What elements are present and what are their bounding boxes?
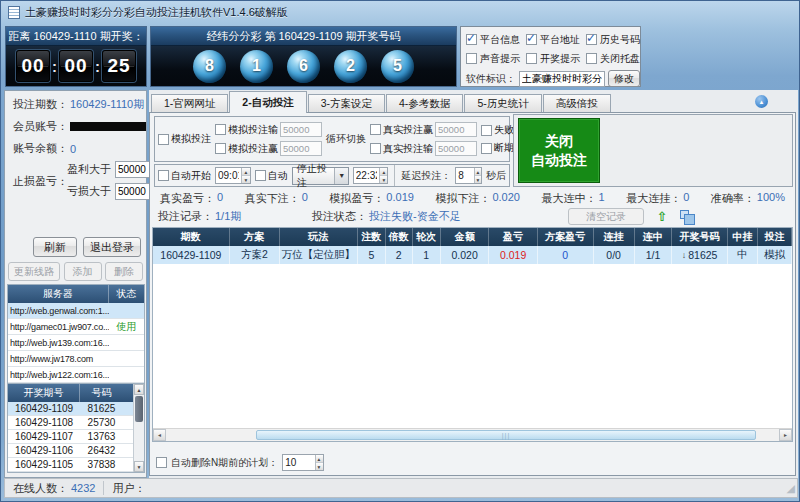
update-line-button[interactable]: 更新线路: [8, 262, 60, 281]
copy-icon[interactable]: [680, 210, 689, 219]
logout-button[interactable]: 退出登录: [83, 237, 141, 257]
server-row[interactable]: http://www.jw178.com: [8, 351, 144, 367]
scrollbar-thumb[interactable]: [256, 430, 756, 440]
tab-reference-data[interactable]: 4-参考数据: [386, 94, 463, 113]
server-row[interactable]: http://web.jw122.com:16...: [8, 367, 144, 383]
spin-up-icon[interactable]: [475, 168, 481, 175]
checkbox[interactable]: [215, 143, 226, 154]
checkbox[interactable]: [526, 53, 537, 64]
add-server-button[interactable]: 添加: [64, 262, 102, 281]
cell-miss-streak: 0/0: [594, 246, 635, 264]
modify-button[interactable]: 修改: [608, 70, 640, 87]
history-row[interactable]: 160429-1107 13763: [8, 430, 133, 444]
scroll-up-button[interactable]: [134, 384, 144, 395]
bet-table-row[interactable]: 160429-1109 方案2 万位【定位胆】 5 2 1 0.020 0.01…: [153, 246, 792, 264]
spin-up-icon[interactable]: [380, 168, 387, 175]
checkbox[interactable]: [158, 134, 169, 145]
checkbox[interactable]: [466, 53, 477, 64]
checkbox[interactable]: [586, 53, 597, 64]
tab-history-stats[interactable]: 5-历史统计: [464, 94, 541, 113]
checkbox[interactable]: [466, 34, 477, 45]
sim-win-input[interactable]: [280, 141, 322, 156]
auto-delete-checkbox[interactable]: [156, 457, 167, 468]
scrollbar-thumb[interactable]: [135, 396, 143, 422]
real-lose-label: 真实投注输: [383, 142, 433, 156]
sim-bet-toggle[interactable]: 模拟投注: [158, 132, 211, 146]
server-row[interactable]: http://web.jw139.com:16...: [8, 335, 144, 351]
start-time-stepper[interactable]: [215, 167, 251, 184]
max-hit-label: 最大连中：: [542, 191, 597, 206]
refresh-button[interactable]: 刷新: [33, 237, 77, 257]
tab-plan-settings[interactable]: 3-方案设定: [308, 94, 385, 113]
sim-win-toggle[interactable]: 模拟投注赢: [215, 141, 322, 156]
resize-grip[interactable]: [787, 482, 795, 495]
delay-stepper[interactable]: [455, 167, 482, 184]
sim-lose-toggle[interactable]: 模拟投注输: [215, 122, 322, 137]
history-row[interactable]: 160429-1105 37838: [8, 458, 133, 472]
option-platform-address[interactable]: 平台地址: [526, 33, 586, 47]
delay-input[interactable]: [456, 168, 473, 183]
titlebar[interactable]: 土豪赚投时时彩分分彩自动投注挂机软件V1.4.6破解版: [1, 1, 800, 23]
server-status: [109, 303, 144, 318]
real-lose-toggle[interactable]: 真实投注输: [370, 141, 477, 156]
scroll-down-button[interactable]: [134, 461, 144, 472]
server-row[interactable]: http://web.genwal.com:1...: [8, 303, 144, 319]
history-row[interactable]: 160429-1109 81625: [8, 402, 133, 416]
tab-official-site[interactable]: 1-官网网址: [151, 94, 228, 113]
spin-down-icon[interactable]: [316, 462, 324, 470]
checkbox[interactable]: [370, 124, 381, 135]
checkbox[interactable]: [586, 34, 597, 45]
checkbox[interactable]: [158, 170, 169, 181]
checkbox[interactable]: [526, 34, 537, 45]
option-close-tray[interactable]: 关闭托盘: [586, 52, 642, 66]
end-time-input[interactable]: [354, 168, 379, 183]
spin-down-icon[interactable]: [242, 175, 249, 183]
option-sound-alert[interactable]: 声音提示: [466, 52, 526, 66]
dropdown-arrow-icon[interactable]: [334, 168, 347, 184]
software-id-input[interactable]: [519, 71, 605, 87]
history-row[interactable]: 160429-1106 26432: [8, 444, 133, 458]
option-history-numbers[interactable]: 历史号码: [586, 33, 642, 47]
spin-up-icon[interactable]: [242, 168, 249, 175]
delete-server-button[interactable]: 删除: [105, 262, 143, 281]
table-horizontal-scrollbar[interactable]: [153, 428, 792, 441]
option-draw-alert[interactable]: 开奖提示: [526, 52, 586, 66]
sim-lose-input[interactable]: [280, 122, 322, 137]
option-platform-info[interactable]: 平台信息: [466, 33, 526, 47]
tab-advanced-multiplier[interactable]: 高级倍投: [543, 94, 611, 113]
accuracy-value: 100%: [757, 191, 785, 206]
auto-start-toggle[interactable]: 自动开始: [158, 169, 211, 183]
col-result: 中挂: [728, 228, 758, 246]
auto-delete-input[interactable]: [283, 455, 314, 470]
checkbox[interactable]: [370, 143, 381, 154]
close-auto-bet-button[interactable]: 关闭 自动投注: [518, 118, 600, 183]
end-time-stepper[interactable]: [353, 167, 389, 184]
option-label: 历史号码: [600, 33, 640, 47]
stop-action-dropdown[interactable]: 停止投注: [292, 167, 349, 185]
checkbox[interactable]: [481, 125, 492, 136]
clock-colon: :: [52, 58, 57, 75]
tab-auto-bet[interactable]: 2-自动投注: [229, 91, 306, 113]
auto-toggle[interactable]: 自动: [255, 169, 288, 183]
checkbox[interactable]: [215, 124, 226, 135]
server-row[interactable]: http://gamec01.jw907.co... 使用: [8, 319, 144, 335]
scroll-right-button[interactable]: [779, 429, 792, 441]
clear-records-button[interactable]: 清空记录: [568, 208, 644, 225]
history-scrollbar[interactable]: [133, 384, 144, 472]
real-lose-input[interactable]: [435, 141, 477, 156]
spin-down-icon[interactable]: [475, 175, 481, 183]
app-window: 土豪赚投时时彩分分彩自动投注挂机软件V1.4.6破解版 距离 160429-11…: [0, 0, 800, 502]
send-up-icon[interactable]: [654, 208, 670, 224]
start-time-input[interactable]: [216, 168, 241, 183]
history-row[interactable]: 160429-1108 25730: [8, 416, 133, 430]
spin-up-icon[interactable]: [316, 455, 324, 462]
collapse-up-icon[interactable]: [755, 95, 768, 108]
spin-down-icon[interactable]: [380, 175, 387, 183]
draw-ball: 5: [381, 50, 414, 83]
auto-delete-stepper[interactable]: [282, 454, 324, 471]
real-win-toggle[interactable]: 真实投注赢: [370, 122, 477, 137]
scroll-left-button[interactable]: [153, 429, 166, 441]
checkbox[interactable]: [255, 170, 266, 181]
checkbox[interactable]: [481, 143, 492, 154]
real-win-input[interactable]: [435, 122, 477, 137]
